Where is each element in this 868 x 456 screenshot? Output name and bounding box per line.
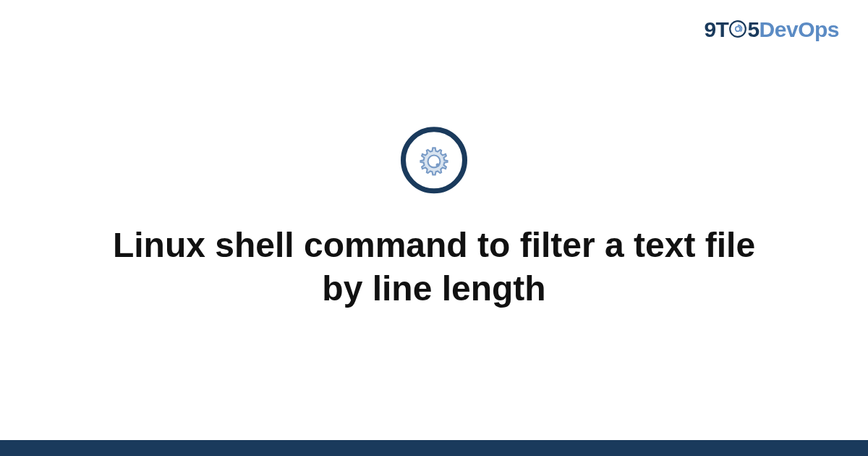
footer-bar — [0, 440, 868, 456]
site-logo[interactable]: 9T 5DevOps — [704, 17, 839, 42]
logo-text-part2: 5 — [747, 17, 759, 41]
gear-circle-icon — [401, 127, 467, 193]
logo-text-part3: DevOps — [760, 17, 839, 41]
header: 9T 5DevOps — [704, 17, 839, 42]
svg-point-3 — [436, 164, 440, 167]
main-content: Linux shell command to filter a text fil… — [0, 127, 868, 311]
svg-point-0 — [731, 21, 746, 37]
svg-point-1 — [736, 27, 741, 32]
page-title: Linux shell command to filter a text fil… — [109, 224, 760, 311]
logo-text-part1: 9T — [704, 17, 728, 41]
gear-icon — [728, 20, 747, 38]
